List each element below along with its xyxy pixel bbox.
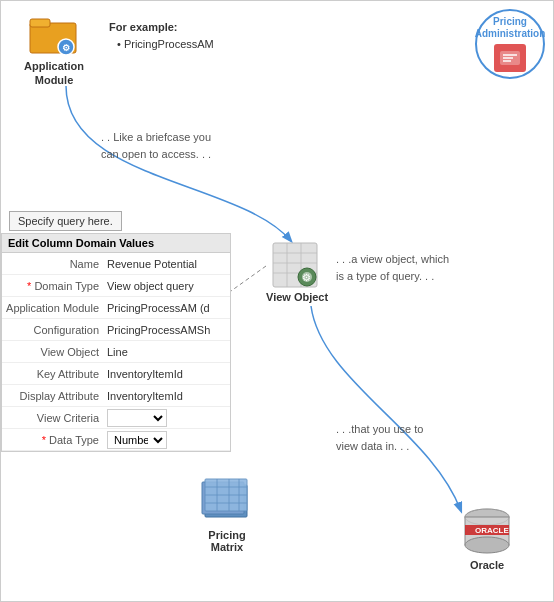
edit-panel-label-viewobj: View Object bbox=[2, 346, 107, 358]
for-example-item: • PricingProcessAM bbox=[109, 36, 214, 53]
svg-text:⚙: ⚙ bbox=[62, 43, 70, 53]
oracle-box: ORACLE Oracle bbox=[461, 507, 513, 571]
edit-panel: Edit Column Domain Values Name Revenue P… bbox=[1, 233, 231, 452]
pricing-admin-box: Pricing Administration bbox=[475, 9, 545, 79]
edit-panel-row-config: Configuration PricingProcessAMSh bbox=[2, 319, 230, 341]
page-container: ⚙ Application Module For example: • Pric… bbox=[0, 0, 554, 602]
edit-panel-row-domaintype: * Domain Type View object query bbox=[2, 275, 230, 297]
edit-panel-value-viewobj: Line bbox=[107, 346, 230, 358]
edit-panel-row-name: Name Revenue Potential bbox=[2, 253, 230, 275]
pricing-matrix-label: Pricing Matrix bbox=[208, 529, 245, 553]
edit-panel-row-dispattr: Display Attribute InventoryItemId bbox=[2, 385, 230, 407]
edit-panel-label-name: Name bbox=[2, 258, 107, 270]
edit-panel-label-appmodule: Application Module bbox=[2, 302, 107, 314]
edit-panel-value-appmodule: PricingProcessAM (d bbox=[107, 302, 230, 314]
edit-panel-row-viewobj: View Object Line bbox=[2, 341, 230, 363]
edit-panel-row-appmodule: Application Module PricingProcessAM (d bbox=[2, 297, 230, 319]
svg-rect-2 bbox=[30, 19, 50, 27]
pricing-admin-circle: Pricing Administration bbox=[475, 9, 545, 79]
oracle-icon: ORACLE bbox=[461, 507, 513, 557]
pricing-admin-icon bbox=[494, 44, 526, 72]
specify-query-button[interactable]: Specify query here. bbox=[9, 211, 122, 231]
view-data-text: . . .that you use to view data in. . . bbox=[336, 421, 496, 454]
view-object-text-line2: is a type of query. . . bbox=[336, 268, 496, 285]
briefcase-line2: can open to access. . . bbox=[101, 146, 211, 163]
svg-text:⚙: ⚙ bbox=[302, 272, 311, 283]
view-object-icon: ⚙ bbox=[271, 241, 323, 289]
edit-panel-value-dispattr: InventoryItemId bbox=[107, 390, 230, 402]
edit-panel-value-config: PricingProcessAMSh bbox=[107, 324, 230, 336]
briefcase-line1: . . Like a briefcase you bbox=[101, 129, 211, 146]
svg-line-0 bbox=[231, 266, 266, 291]
app-module-label: Application Module bbox=[9, 59, 99, 88]
for-example-text: For example: • PricingProcessAM bbox=[109, 19, 214, 52]
edit-panel-value-viewcrit[interactable] bbox=[107, 409, 230, 427]
view-data-line1: . . .that you use to bbox=[336, 421, 496, 438]
edit-panel-label-domaintype: * Domain Type bbox=[2, 280, 107, 292]
edit-panel-value-name: Revenue Potential bbox=[107, 258, 230, 270]
edit-panel-value-datatype[interactable]: Number bbox=[107, 431, 230, 449]
edit-panel-row-viewcrit: View Criteria bbox=[2, 407, 230, 429]
edit-panel-label-datatype: * Data Type bbox=[2, 434, 107, 446]
edit-panel-row-datatype: * Data Type Number bbox=[2, 429, 230, 451]
edit-panel-label-viewcrit: View Criteria bbox=[2, 412, 107, 424]
view-object-label: View Object bbox=[266, 291, 328, 303]
edit-panel-label-config: Configuration bbox=[2, 324, 107, 336]
edit-panel-value-domaintype: View object query bbox=[107, 280, 230, 292]
edit-panel-label-dispattr: Display Attribute bbox=[2, 390, 107, 402]
app-module-box: ⚙ Application Module bbox=[9, 9, 99, 88]
edit-panel-row-keyattr: Key Attribute InventoryItemId bbox=[2, 363, 230, 385]
edit-panel-title: Edit Column Domain Values bbox=[2, 234, 230, 253]
view-object-text-line1: . . .a view object, which bbox=[336, 251, 496, 268]
briefcase-text: . . Like a briefcase you can open to acc… bbox=[101, 129, 211, 162]
svg-text:ORACLE: ORACLE bbox=[475, 526, 509, 535]
svg-point-29 bbox=[465, 537, 509, 553]
for-example-prefix: For example: bbox=[109, 19, 214, 36]
view-object-text: . . .a view object, which is a type of q… bbox=[336, 251, 496, 284]
view-data-line2: view data in. . . bbox=[336, 438, 496, 455]
view-object-box: ⚙ View Object bbox=[266, 241, 328, 303]
data-type-select[interactable]: Number bbox=[107, 431, 167, 449]
view-criteria-select[interactable] bbox=[107, 409, 167, 427]
pricing-matrix-box: Pricing Matrix bbox=[201, 477, 253, 553]
edit-panel-value-keyattr: InventoryItemId bbox=[107, 368, 230, 380]
edit-panel-label-keyattr: Key Attribute bbox=[2, 368, 107, 380]
app-module-icon: ⚙ bbox=[28, 9, 80, 57]
pricing-admin-label: Pricing Administration bbox=[475, 16, 546, 40]
oracle-label: Oracle bbox=[470, 559, 504, 571]
pricing-matrix-icon bbox=[201, 477, 253, 527]
